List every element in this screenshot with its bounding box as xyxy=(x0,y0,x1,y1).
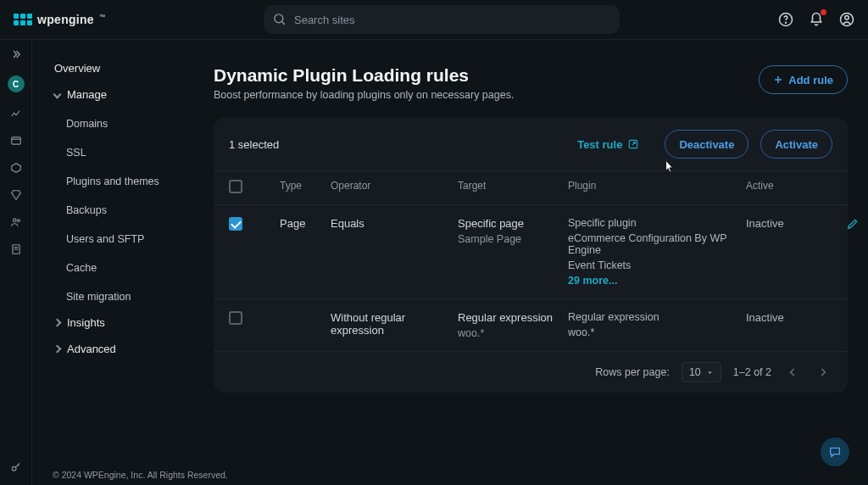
svg-point-9 xyxy=(17,220,19,222)
cell-operator: Without regular expression xyxy=(331,311,458,337)
cell-plugin-head: Specific plugin xyxy=(568,217,746,229)
key-icon[interactable] xyxy=(10,461,22,473)
test-rule-link[interactable]: Test rule xyxy=(577,138,639,151)
nav-advanced-label: Advanced xyxy=(67,343,116,355)
nav-overview[interactable]: Overview xyxy=(49,55,186,81)
cell-target-sub: woo.* xyxy=(458,327,568,339)
footer-copyright: © 2024 WPEngine, Inc. All Rights Reserve… xyxy=(53,470,228,480)
chevron-right-icon xyxy=(53,319,62,327)
cell-plugin-item: eCommerce Configuration By WP Engine xyxy=(568,232,746,256)
nav-insights-label: Insights xyxy=(67,316,105,329)
search-input[interactable] xyxy=(264,5,620,34)
rows-per-page-value: 10 xyxy=(689,366,701,378)
pager-range: 1–2 of 2 xyxy=(733,366,771,378)
logo-mark-icon xyxy=(14,14,32,25)
nav-migration[interactable]: Site migration xyxy=(49,284,186,309)
users-icon[interactable] xyxy=(10,216,22,228)
external-link-icon xyxy=(627,138,639,150)
svg-point-3 xyxy=(786,22,787,23)
search-icon xyxy=(272,12,287,26)
page-subtitle: Boost performance by loading plugins onl… xyxy=(214,89,514,101)
tag-icon[interactable] xyxy=(10,162,22,174)
rows-per-page-select[interactable]: 10 xyxy=(682,362,721,382)
diamond-icon[interactable] xyxy=(10,189,22,201)
account-icon[interactable] xyxy=(839,12,854,27)
chevron-right-icon xyxy=(53,345,62,354)
select-all-checkbox[interactable] xyxy=(229,180,242,193)
svg-line-1 xyxy=(282,22,285,25)
nav-domains[interactable]: Domains xyxy=(49,111,186,137)
nav-manage[interactable]: Manage xyxy=(49,81,186,108)
row-checkbox[interactable] xyxy=(229,311,242,325)
bell-icon[interactable] xyxy=(809,12,824,27)
cell-active: Inactive xyxy=(746,217,831,230)
logo[interactable]: wpengine™ xyxy=(14,13,105,26)
page-title: Dynamic Plugin Loading rules xyxy=(214,65,514,86)
cell-target-head: Specific page xyxy=(458,217,568,230)
test-rule-label: Test rule xyxy=(577,138,622,151)
brand-name: wpengine xyxy=(37,13,94,26)
add-rule-button[interactable]: Add rule xyxy=(759,65,848,94)
selected-count: 1 selected xyxy=(229,138,565,151)
add-rule-label: Add rule xyxy=(788,74,833,86)
search-wrap xyxy=(264,5,620,34)
nav-cache[interactable]: Cache xyxy=(49,255,186,281)
svg-point-8 xyxy=(13,219,16,222)
svg-rect-6 xyxy=(11,137,20,144)
nav-users[interactable]: Users and SFTP xyxy=(49,226,186,252)
nav-insights[interactable]: Insights xyxy=(49,309,186,336)
nav-ssl[interactable]: SSL xyxy=(49,140,186,165)
pager-next-icon[interactable] xyxy=(814,363,832,382)
help-icon[interactable] xyxy=(778,12,793,27)
svg-point-13 xyxy=(12,466,16,471)
cell-target-sub: Sample Page xyxy=(458,233,568,245)
deactivate-button[interactable]: Deactivate xyxy=(665,130,748,159)
svg-point-5 xyxy=(845,16,849,20)
pager-prev-icon[interactable] xyxy=(783,363,802,382)
rows-per-page-label: Rows per page: xyxy=(595,366,670,378)
dropdown-icon xyxy=(706,369,714,376)
brand-trademark: ™ xyxy=(99,14,105,20)
col-target: Target xyxy=(458,180,568,196)
environments-icon[interactable] xyxy=(10,135,22,147)
cell-type: Page xyxy=(280,217,331,230)
cell-plugin-more[interactable]: 29 more... xyxy=(568,275,746,287)
nav-advanced[interactable]: Advanced xyxy=(49,336,186,362)
chat-icon[interactable] xyxy=(821,438,849,466)
chevron-down-icon xyxy=(53,91,62,99)
edit-icon[interactable] xyxy=(846,217,860,231)
cell-active: Inactive xyxy=(746,311,831,324)
documents-icon[interactable] xyxy=(10,243,22,255)
cell-plugin-item: woo.* xyxy=(568,326,746,338)
table-row: Page Equals Specific page Sample Page Sp… xyxy=(214,205,848,299)
cell-operator: Equals xyxy=(331,217,458,230)
cell-plugin-head: Regular expression xyxy=(568,311,746,323)
site-avatar[interactable]: C xyxy=(8,75,25,92)
col-type: Type xyxy=(280,180,331,196)
activate-button[interactable]: Activate xyxy=(760,130,832,159)
plus-icon xyxy=(773,75,783,85)
nav-manage-label: Manage xyxy=(67,88,107,101)
notification-dot xyxy=(821,9,826,15)
analytics-icon[interactable] xyxy=(10,108,22,120)
nav-plugins[interactable]: Plugins and themes xyxy=(49,169,186,194)
nav-backups[interactable]: Backups xyxy=(49,198,186,223)
col-plugin: Plugin xyxy=(568,180,746,196)
col-operator: Operator xyxy=(331,180,458,196)
cell-plugin-item: Event Tickets xyxy=(568,259,746,271)
cell-target-head: Regular expression xyxy=(458,311,568,324)
svg-point-0 xyxy=(275,14,283,23)
table-row: Without regular expression Regular expre… xyxy=(214,299,848,352)
expand-sidebar-icon[interactable] xyxy=(10,48,22,60)
col-active: Active xyxy=(746,180,831,196)
row-checkbox[interactable] xyxy=(229,217,242,231)
